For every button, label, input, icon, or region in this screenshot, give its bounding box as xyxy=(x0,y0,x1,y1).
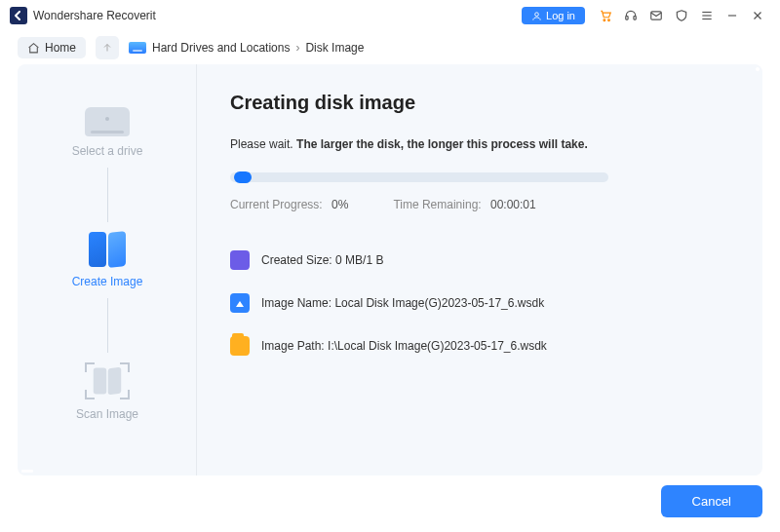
breadcrumb-level2: Disk Image xyxy=(305,41,364,55)
image-path-text: Image Path: I:\Local Disk Image(G)2023-0… xyxy=(261,339,547,353)
back-up-button[interactable] xyxy=(96,36,119,59)
storage-icon xyxy=(230,250,250,270)
step-label: Create Image xyxy=(72,275,143,288)
created-size-text: Created Size: 0 MB/1 B xyxy=(261,253,383,267)
image-name-label: Image Name: xyxy=(261,296,332,310)
step-label: Scan Image xyxy=(76,407,138,421)
image-name-text: Image Name: Local Disk Image(G)2023-05-1… xyxy=(261,296,544,310)
step-select-drive: Select a drive xyxy=(49,107,166,158)
image-path-value: I:\Local Disk Image(G)2023-05-17_6.wsdk xyxy=(328,339,547,353)
cancel-button[interactable]: Cancel xyxy=(661,485,762,517)
image-name-row: Image Name: Local Disk Image(G)2023-05-1… xyxy=(230,293,729,313)
progress-meta: Current Progress: 0% Time Remaining: 00:… xyxy=(230,198,729,211)
breadcrumb: Hard Drives and Locations › Disk Image xyxy=(129,41,364,55)
progress-indicator xyxy=(234,171,252,183)
step-create-image: Create Image xyxy=(49,232,166,288)
login-button[interactable]: Log in xyxy=(522,7,585,24)
time-remaining: Time Remaining: 00:00:01 xyxy=(393,198,535,211)
mail-icon[interactable] xyxy=(645,5,667,26)
image-path-label: Image Path: xyxy=(261,339,325,353)
current-progress: Current Progress: 0% xyxy=(230,198,348,211)
titlebar: Wondershare Recoverit Log in xyxy=(0,0,780,31)
home-button[interactable]: Home xyxy=(18,37,86,58)
progress-label: Current Progress: xyxy=(230,198,323,211)
created-size-value: 0 MB/1 B xyxy=(335,253,383,267)
sidebar: Select a drive Create Image Scan Image xyxy=(18,64,197,475)
svg-point-2 xyxy=(608,19,610,21)
app-title: Wondershare Recoverit xyxy=(33,9,522,22)
breadcrumb-level1[interactable]: Hard Drives and Locations xyxy=(152,41,290,55)
create-image-step-icon xyxy=(86,232,129,267)
image-name-value: Local Disk Image(G)2023-05-17_6.wsdk xyxy=(334,296,544,310)
svg-point-1 xyxy=(604,19,605,21)
time-label: Time Remaining: xyxy=(393,198,481,211)
svg-point-0 xyxy=(535,12,539,16)
progress-bar xyxy=(230,172,608,182)
step-label: Select a drive xyxy=(72,144,143,158)
menu-icon[interactable] xyxy=(696,5,718,26)
shield-icon[interactable] xyxy=(671,5,692,26)
time-value: 00:00:01 xyxy=(490,198,536,211)
page-title: Creating disk image xyxy=(230,92,729,114)
subtitle-bold: The larger the disk, the longer this pro… xyxy=(296,137,588,151)
subtitle: Please wait. The larger the disk, the lo… xyxy=(230,137,729,151)
home-label: Home xyxy=(45,41,76,55)
step-connector xyxy=(107,168,108,222)
cart-icon[interactable] xyxy=(595,5,616,26)
drive-step-icon xyxy=(85,107,130,136)
svg-rect-4 xyxy=(634,17,636,19)
login-label: Log in xyxy=(546,10,575,21)
drive-icon xyxy=(129,42,146,54)
breadcrumb-separator: › xyxy=(295,41,299,55)
toolbar: Home Hard Drives and Locations › Disk Im… xyxy=(0,31,780,64)
footer: Cancel xyxy=(18,479,762,522)
folder-icon xyxy=(230,336,250,356)
image-path-row: Image Path: I:\Local Disk Image(G)2023-0… xyxy=(230,336,729,356)
headset-icon[interactable] xyxy=(620,5,642,26)
image-file-icon xyxy=(230,293,250,313)
content: Creating disk image Please wait. The lar… xyxy=(197,64,762,475)
subtitle-plain: Please wait. xyxy=(230,137,296,151)
app-logo-icon xyxy=(10,7,27,24)
step-scan-image: Scan Image xyxy=(49,362,166,421)
main-panel: Select a drive Create Image Scan Image C… xyxy=(18,64,762,475)
svg-rect-3 xyxy=(626,17,628,19)
minimize-icon[interactable] xyxy=(722,5,743,26)
created-size-row: Created Size: 0 MB/1 B xyxy=(230,250,729,270)
step-connector xyxy=(107,298,108,353)
progress-value: 0% xyxy=(332,198,348,211)
created-size-label: Created Size: xyxy=(261,253,332,267)
close-icon[interactable] xyxy=(747,5,768,26)
scan-image-step-icon xyxy=(85,362,130,399)
